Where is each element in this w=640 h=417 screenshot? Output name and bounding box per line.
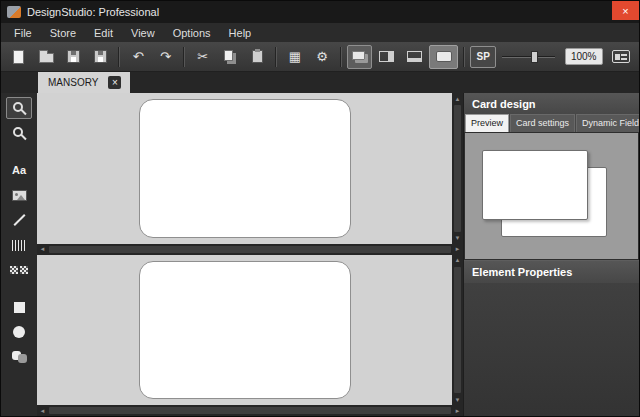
tab-close-button[interactable]: × <box>108 76 121 89</box>
app-icon <box>7 6 21 18</box>
toolbar-separator <box>183 47 185 67</box>
zoom-slider-thumb[interactable] <box>531 51 538 63</box>
image-tool[interactable] <box>6 184 32 206</box>
redo-button[interactable]: ↷ <box>153 45 178 69</box>
card-front-horizontal-scrollbar[interactable]: ◄ ► <box>37 244 463 255</box>
tab-dynamic-fields[interactable]: Dynamic Fields <box>576 114 640 132</box>
card-preview-area <box>464 132 639 260</box>
toolbar-separator <box>118 47 120 67</box>
gear-icon: ⚙ <box>316 50 328 63</box>
close-button[interactable]: × <box>612 1 639 20</box>
card-design-panel: Card design Preview Card settings Dynami… <box>463 93 639 416</box>
panel-bottom-icon <box>407 51 422 62</box>
zoom-level-display: 100% <box>565 48 603 65</box>
save-icon <box>67 50 80 63</box>
image-icon <box>12 190 27 201</box>
save-button[interactable] <box>61 45 86 69</box>
toggle-split-view-button[interactable] <box>347 45 372 69</box>
tab-preview[interactable]: Preview <box>465 114 509 132</box>
document-tab-label: MANSORY <box>48 77 98 88</box>
card-front-vertical-scrollbar[interactable]: ▲ ▼ <box>452 93 463 244</box>
card-back-design-surface[interactable] <box>139 261 351 400</box>
toggle-bottom-panel-button[interactable] <box>402 45 427 69</box>
open-button[interactable] <box>33 45 58 69</box>
toolbar-separator <box>340 47 342 67</box>
scroll-right-icon[interactable]: ► <box>453 245 462 254</box>
new-document-icon <box>13 50 24 64</box>
undo-button[interactable]: ↶ <box>125 45 150 69</box>
line-icon <box>13 214 25 226</box>
toggle-card-preview-button[interactable] <box>429 45 458 69</box>
card-design-panel-title: Card design <box>464 93 639 114</box>
zoom-out-tool[interactable] <box>6 122 32 144</box>
menu-view[interactable]: View <box>122 25 164 41</box>
line-tool[interactable] <box>6 209 32 231</box>
save-all-icon <box>94 50 107 63</box>
vertical-scrollbar-thumb[interactable] <box>454 105 461 232</box>
menu-file[interactable]: File <box>5 25 41 41</box>
rectangle-icon <box>14 302 25 313</box>
window-title: DesignStudio: Professional <box>27 6 159 18</box>
text-tool[interactable]: Aa <box>6 159 32 181</box>
magnifier-icon <box>13 102 23 112</box>
sp-toggle-button[interactable]: SP <box>470 46 496 68</box>
matrix-code-tool[interactable] <box>6 259 32 281</box>
document-tab-mansory[interactable]: MANSORY × <box>38 72 130 93</box>
card-back-horizontal-scrollbar[interactable]: ◄ ► <box>37 405 463 416</box>
horizontal-scrollbar-thumb[interactable] <box>49 407 451 414</box>
card-back-vertical-scrollbar[interactable]: ▲ ▼ <box>452 255 463 406</box>
menu-edit[interactable]: Edit <box>85 25 122 41</box>
scroll-down-icon[interactable]: ▼ <box>453 395 462 404</box>
save-all-button[interactable] <box>88 45 113 69</box>
grid-toggle-button[interactable]: ▦ <box>282 45 307 69</box>
menu-options[interactable]: Options <box>164 25 220 41</box>
panel-right-icon <box>379 51 394 62</box>
magnifier-icon <box>13 127 23 137</box>
vertical-scrollbar-thumb[interactable] <box>454 267 461 394</box>
cut-icon: ✂ <box>197 50 208 63</box>
zoom-in-tool[interactable] <box>6 97 32 119</box>
matrix-code-icon <box>10 266 28 274</box>
toolbar-separator <box>275 47 277 67</box>
scroll-down-icon[interactable]: ▼ <box>453 234 462 243</box>
barcode-icon <box>12 240 27 251</box>
barcode-tool[interactable] <box>6 234 32 256</box>
cut-button[interactable]: ✂ <box>190 45 215 69</box>
zoom-slider[interactable] <box>502 47 555 67</box>
card-front-pane-row: ▲ ▼ <box>37 93 463 244</box>
close-icon: × <box>112 78 118 88</box>
scroll-left-icon[interactable]: ◄ <box>38 245 47 254</box>
scroll-right-icon[interactable]: ► <box>453 406 462 415</box>
zoom-slider-track <box>502 56 555 58</box>
copy-icon <box>224 50 233 61</box>
scroll-up-icon[interactable]: ▲ <box>453 94 462 103</box>
card-print-button[interactable] <box>609 45 634 69</box>
settings-button[interactable]: ⚙ <box>310 45 335 69</box>
paste-button[interactable] <box>245 45 270 69</box>
menu-help[interactable]: Help <box>220 25 261 41</box>
horizontal-scrollbar-thumb[interactable] <box>49 246 451 253</box>
card-design-tabs: Preview Card settings Dynamic Fields <box>464 114 639 132</box>
tab-card-settings[interactable]: Card settings <box>510 114 575 132</box>
menubar: File Store Edit View Options Help <box>1 23 639 42</box>
rectangle-tool[interactable] <box>6 296 32 318</box>
scroll-left-icon[interactable]: ◄ <box>38 406 47 415</box>
toggle-right-panel-button[interactable] <box>374 45 399 69</box>
redo-icon: ↷ <box>160 50 171 63</box>
card-back-canvas[interactable] <box>37 255 452 406</box>
rounded-rectangle-tool[interactable] <box>6 346 32 368</box>
card-front-design-surface[interactable] <box>139 99 351 238</box>
titlebar[interactable]: DesignStudio: Professional × <box>1 1 639 23</box>
blank-card-icon <box>436 51 452 62</box>
toolbox: Aa <box>1 93 37 416</box>
copy-button[interactable] <box>217 45 242 69</box>
menu-store[interactable]: Store <box>41 25 85 41</box>
card-front-thumbnail[interactable] <box>482 150 588 220</box>
close-icon: × <box>622 5 628 17</box>
card-front-canvas[interactable] <box>37 93 452 244</box>
card-back-pane-row: ▲ ▼ <box>37 255 463 406</box>
scroll-up-icon[interactable]: ▲ <box>453 256 462 265</box>
ellipse-tool[interactable] <box>6 321 32 343</box>
new-document-button[interactable] <box>6 45 31 69</box>
id-card-icon <box>612 50 630 63</box>
